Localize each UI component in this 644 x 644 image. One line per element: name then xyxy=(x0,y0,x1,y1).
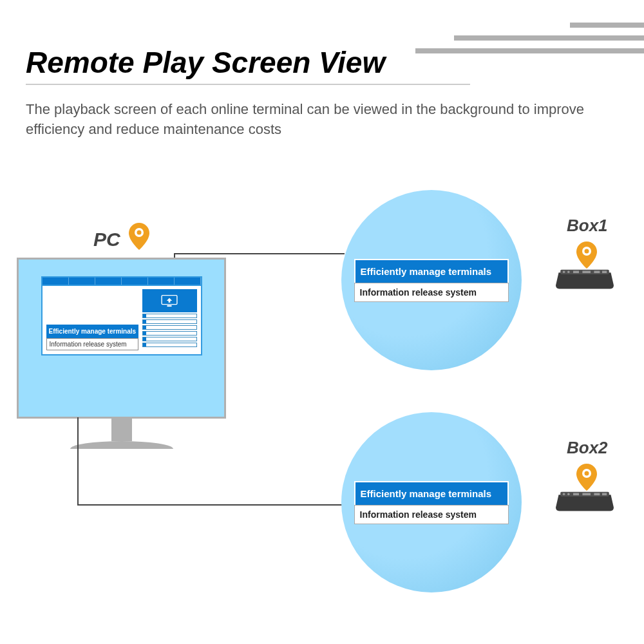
svg-point-7 xyxy=(563,270,565,273)
svg-rect-18 xyxy=(573,493,579,495)
media-box-icon xyxy=(556,268,614,290)
connector-line xyxy=(77,417,79,504)
pc-monitor: Efficiently manage terminals Information… xyxy=(17,258,226,449)
window-menubar xyxy=(43,278,201,286)
svg-point-8 xyxy=(567,270,570,273)
window-caption: Information release system xyxy=(46,338,139,350)
list-item xyxy=(142,337,196,341)
preview-banner: Efficiently manage terminals xyxy=(354,259,509,283)
media-box-icon xyxy=(556,490,614,512)
list-item xyxy=(142,325,196,330)
svg-rect-19 xyxy=(582,493,591,495)
location-pin-icon xyxy=(576,464,597,491)
title-underline xyxy=(26,84,470,85)
svg-point-1 xyxy=(137,231,142,235)
svg-rect-11 xyxy=(594,270,600,273)
svg-rect-12 xyxy=(602,270,607,273)
list-item xyxy=(142,319,196,324)
preview-caption: Information release system xyxy=(354,283,509,302)
list-item xyxy=(142,343,196,347)
box1-label: Box1 xyxy=(567,216,608,236)
svg-rect-21 xyxy=(602,493,607,495)
connector-line xyxy=(77,504,345,506)
connector-line xyxy=(174,253,345,254)
svg-point-17 xyxy=(567,493,570,495)
app-window: Efficiently manage terminals Information… xyxy=(41,276,202,355)
page-title: Remote Play Screen View xyxy=(26,45,618,80)
location-pin-icon xyxy=(576,242,597,269)
svg-point-16 xyxy=(563,493,565,495)
list-item xyxy=(142,314,196,318)
svg-rect-3 xyxy=(167,305,172,307)
monitor-screen: Efficiently manage terminals Information… xyxy=(17,258,226,419)
subtitle-text: The playback screen of each online termi… xyxy=(26,100,605,140)
svg-point-14 xyxy=(585,471,589,476)
svg-rect-10 xyxy=(582,270,591,273)
preview-caption: Information release system xyxy=(354,505,509,524)
list-item xyxy=(142,331,196,336)
location-pin-icon xyxy=(129,223,149,250)
connector-line xyxy=(174,254,175,258)
monitor-stand-base xyxy=(70,441,173,449)
preview-banner: Efficiently manage terminals xyxy=(354,481,509,505)
pc-label: PC xyxy=(93,229,120,251)
header: Remote Play Screen View xyxy=(26,45,618,80)
box2-label: Box2 xyxy=(567,438,608,458)
terminal-preview-1: Efficiently manage terminals Information… xyxy=(341,190,522,370)
svg-rect-9 xyxy=(573,270,579,273)
monitor-stand-neck xyxy=(111,419,132,441)
terminal-preview-2: Efficiently manage terminals Information… xyxy=(341,412,522,592)
window-banner: Efficiently manage terminals xyxy=(46,325,139,338)
screen-share-icon xyxy=(142,289,196,312)
svg-point-5 xyxy=(585,249,589,254)
svg-rect-20 xyxy=(594,493,600,495)
